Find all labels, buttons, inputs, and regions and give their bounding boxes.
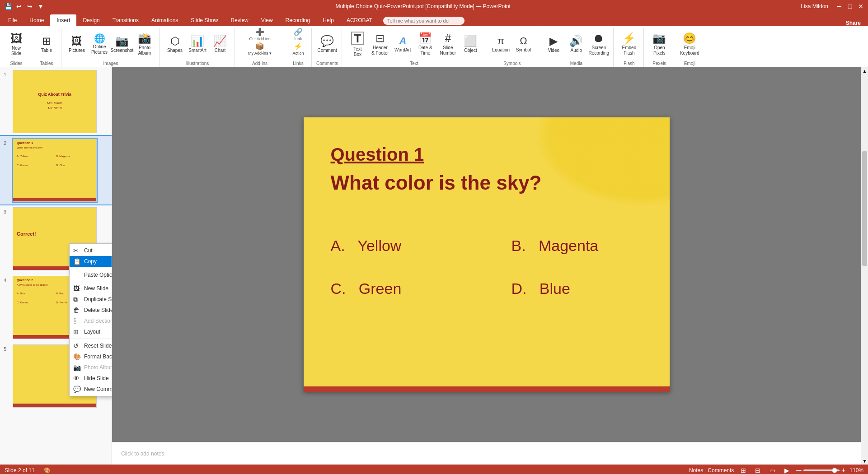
get-addins-btn[interactable]: ➕ Get Add-ins — [239, 28, 280, 42]
copy-icon: 📋 — [73, 258, 81, 265]
delete-icon: 🗑 — [73, 307, 80, 314]
header-footer-btn[interactable]: ⊟ Header& Footer — [369, 30, 391, 60]
symbols-group-label: Symbols — [503, 61, 521, 67]
ctx-new-slide[interactable]: 🖼 New Slide — [70, 283, 112, 294]
pictures-btn[interactable]: 🖼 Pictures — [66, 30, 88, 60]
audio-btn[interactable]: 🔊 Audio — [565, 30, 587, 60]
tab-transitions[interactable]: Transitions — [106, 14, 145, 26]
answer-a: A. Yellow — [331, 237, 402, 255]
date-time-btn[interactable]: 📅 Date &Time — [414, 30, 436, 60]
textbox-btn[interactable]: T TextBox — [347, 30, 368, 60]
zoom-out-btn[interactable]: ─ — [796, 466, 801, 474]
zoom-level[interactable]: 110% — [847, 467, 863, 474]
ctx-delete-slide[interactable]: 🗑 Delete Slide — [70, 305, 112, 316]
ribbon-group-symbols: π Equation Ω Symbol Symbols — [486, 28, 538, 67]
add-section-icon: § — [73, 317, 77, 325]
customize-qat-btn[interactable]: ▼ — [36, 2, 45, 11]
minimize-btn[interactable]: ─ — [835, 3, 843, 10]
slide-thumb-2[interactable]: 2 Question 1 What color is the sky? A. Y… — [0, 136, 112, 204]
zoom-slider[interactable] — [803, 469, 840, 471]
slide-thumb-1[interactable]: 1 Quiz About Trivia Mrs. Smith 1/31/2019 — [0, 67, 112, 136]
answer-c: C. Green — [331, 280, 402, 297]
scroll-up-btn[interactable]: ▲ — [861, 67, 868, 74]
format-bg-icon: 🎨 — [73, 353, 81, 360]
normal-view-btn[interactable]: ⊞ — [738, 465, 748, 474]
scrollbar-track[interactable] — [861, 74, 868, 457]
object-btn[interactable]: ⬜ Object — [460, 30, 481, 60]
tab-view[interactable]: View — [255, 14, 279, 26]
slide-number-btn[interactable]: # SlideNumber — [437, 30, 459, 60]
ctx-layout[interactable]: ⊞ Layout ▶ — [70, 326, 112, 337]
canvas-notes-area: Question 1 What color is the sky? A. Yel… — [112, 67, 861, 465]
close-btn[interactable]: ✕ — [857, 3, 864, 10]
new-slide-icon: 🖼 — [10, 33, 22, 44]
scrollbar-thumb[interactable] — [862, 151, 867, 266]
shapes-icon: ⬡ — [170, 36, 180, 46]
ribbon-group-text: T TextBox ⊟ Header& Footer A WordArt 📅 D… — [343, 28, 485, 67]
tab-insert[interactable]: Insert — [50, 14, 76, 26]
ctx-cut[interactable]: ✂ Cut — [70, 245, 112, 256]
tab-home[interactable]: Home — [23, 14, 50, 26]
comment-btn[interactable]: 💬 Comment — [316, 30, 338, 60]
equation-btn[interactable]: π Equation — [490, 30, 511, 60]
emoji-keyboard-btn[interactable]: 😊 EmojiKeyboard — [679, 30, 700, 60]
smartart-icon: 📊 — [191, 36, 204, 46]
share-button[interactable]: Share — [840, 20, 866, 26]
title-bar-left: 💾 ↩ ↪ ▼ — [4, 2, 45, 11]
smartart-btn[interactable]: 📊 SmartArt — [187, 30, 208, 60]
screen-recording-btn[interactable]: ⏺ ScreenRecording — [588, 30, 610, 60]
tab-recording[interactable]: Recording — [279, 14, 317, 26]
ctx-duplicate-slide[interactable]: ⧉ Duplicate Slide — [70, 294, 112, 305]
tab-design[interactable]: Design — [76, 14, 106, 26]
tell-me-input[interactable] — [383, 17, 464, 25]
chart-btn[interactable]: 📈 Chart — [209, 30, 231, 60]
zoom-in-btn[interactable]: + — [841, 466, 845, 474]
illustrations-group-label: Illustrations — [186, 61, 209, 67]
embed-flash-btn[interactable]: ⚡ EmbedFlash — [618, 30, 640, 60]
get-addins-icon: ➕ — [255, 28, 264, 36]
ctx-copy[interactable]: 📋 Copy — [70, 256, 112, 267]
my-addins-btn[interactable]: 📦 My Add-ins ▾ — [239, 42, 280, 56]
ctx-new-comment[interactable]: 💬 New Comment — [70, 384, 112, 395]
tab-animations[interactable]: Animations — [145, 14, 184, 26]
new-slide-btn[interactable]: 🖼 NewSlide — [5, 30, 27, 60]
slide-num-2: 2 — [4, 140, 10, 146]
wordart-btn[interactable]: A WordArt — [392, 30, 413, 60]
ctx-hide-slide[interactable]: 👁 Hide Slide — [70, 373, 112, 384]
link-btn[interactable]: 🔗 Link — [289, 28, 308, 42]
right-scrollbar[interactable]: ▲ ▼ — [861, 67, 868, 465]
online-pictures-btn[interactable]: 🌐 OnlinePictures — [89, 30, 110, 60]
photo-album-btn[interactable]: 📸 PhotoAlbum — [134, 30, 155, 60]
screenshot-btn[interactable]: 📷 Screenshot — [111, 30, 133, 60]
symbol-btn[interactable]: Ω Symbol — [512, 30, 534, 60]
save-btn[interactable]: 💾 — [4, 2, 13, 11]
shapes-btn[interactable]: ⬡ Shapes — [164, 30, 186, 60]
reading-view-btn[interactable]: ▭ — [767, 465, 777, 474]
restore-btn[interactable]: □ — [846, 3, 854, 10]
comments-btn[interactable]: Comments — [708, 467, 734, 474]
notes-area[interactable]: Click to add notes — [112, 442, 861, 465]
tab-slideshow[interactable]: Slide Show — [184, 14, 224, 26]
slide-panel[interactable]: 1 Quiz About Trivia Mrs. Smith 1/31/2019… — [0, 67, 112, 465]
tab-help[interactable]: Help — [316, 14, 340, 26]
ribbon-group-flash: ⚡ EmbedFlash Flash — [615, 28, 644, 67]
tab-acrobat[interactable]: ACROBAT — [340, 14, 379, 26]
table-btn[interactable]: ⊞ Table — [36, 30, 57, 60]
tab-review[interactable]: Review — [224, 14, 254, 26]
images-group-label: Images — [103, 61, 118, 67]
scroll-down-btn[interactable]: ▼ — [861, 457, 868, 465]
open-pexels-btn[interactable]: 📷 OpenPixels — [648, 30, 670, 60]
tab-file[interactable]: File — [2, 14, 23, 26]
zoom-thumb — [832, 468, 837, 473]
undo-btn[interactable]: ↩ — [14, 2, 23, 11]
canvas-area[interactable]: Question 1 What color is the sky? A. Yel… — [112, 67, 861, 442]
slide-sorter-btn[interactable]: ⊟ — [753, 465, 763, 474]
action-btn[interactable]: ⚡ Action — [289, 42, 308, 56]
redo-btn[interactable]: ↪ — [25, 2, 34, 11]
ctx-reset-slide[interactable]: ↺ Reset Slide — [70, 340, 112, 351]
notes-btn[interactable]: Notes — [689, 467, 703, 474]
video-btn[interactable]: ▶ Video — [543, 30, 564, 60]
ctx-format-bg[interactable]: 🎨 Format Background... — [70, 351, 112, 362]
embed-flash-icon: ⚡ — [622, 33, 636, 44]
slideshow-btn[interactable]: ▶ — [782, 465, 792, 474]
